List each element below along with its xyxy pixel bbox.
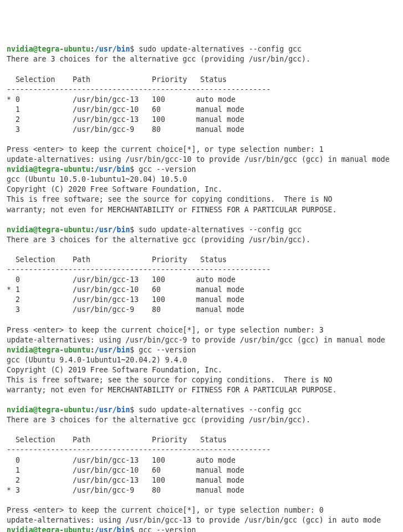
prompt-user: nvidia@tegra-ubuntu xyxy=(7,406,90,414)
output-line: This is free software; see the source fo… xyxy=(7,376,333,384)
output-line: warranty; not even for MERCHANTABILITY o… xyxy=(7,206,336,214)
command-version: gcc --version xyxy=(134,165,196,173)
output-line: gcc (Ubuntu 9.4.0-1ubuntu1~20.04.2) 9.4.… xyxy=(7,356,187,364)
output-line: warranty; not even for MERCHANTABILITY o… xyxy=(7,386,336,394)
prompt-sep1: : xyxy=(90,226,95,234)
table-row: * 3 /usr/bin/gcc-9 80 manual mode xyxy=(7,486,244,494)
command-version: gcc --version xyxy=(134,526,196,532)
prompt-user: nvidia@tegra-ubuntu xyxy=(7,226,90,234)
table-row: 3 /usr/bin/gcc-9 80 manual mode xyxy=(7,125,244,134)
prompt-path: /usr/bin xyxy=(95,165,130,173)
terminal-output: nvidia@tegra-ubuntu:/usr/bin$ sudo updat… xyxy=(7,44,396,532)
table-row: 2 /usr/bin/gcc-13 100 manual mode xyxy=(7,115,244,124)
prompt-path: /usr/bin xyxy=(95,45,130,53)
output-line: There are 3 choices for the alternative … xyxy=(7,236,310,244)
table-header: Selection Path Priority Status xyxy=(7,75,227,84)
prompt-sep1: : xyxy=(90,165,95,173)
table-header: Selection Path Priority Status xyxy=(7,255,227,264)
output-line: update-alternatives: using /usr/bin/gcc-… xyxy=(7,516,381,524)
table-row: 0 /usr/bin/gcc-13 100 auto mode xyxy=(7,275,236,284)
table-divider: ----------------------------------------… xyxy=(7,85,271,94)
table-divider: ----------------------------------------… xyxy=(7,265,271,274)
prompt-path: /usr/bin xyxy=(95,226,130,234)
output-line: Copyright (C) 2020 Free Software Foundat… xyxy=(7,185,222,193)
output-line: There are 3 choices for the alternative … xyxy=(7,55,310,63)
prompt-sep1: : xyxy=(90,526,95,532)
output-line: This is free software; see the source fo… xyxy=(7,195,333,203)
prompt-path: /usr/bin xyxy=(95,346,130,354)
prompt-sep1: : xyxy=(90,45,95,53)
table-row: * 1 /usr/bin/gcc-10 60 manual mode xyxy=(7,285,244,294)
table-divider: ----------------------------------------… xyxy=(7,446,271,454)
prompt-user: nvidia@tegra-ubuntu xyxy=(7,165,90,173)
table-row: 0 /usr/bin/gcc-13 100 auto mode xyxy=(7,456,236,464)
selection-prompt: Press <enter> to keep the current choice… xyxy=(7,326,324,334)
output-line: update-alternatives: using /usr/bin/gcc-… xyxy=(7,155,390,163)
command-config: sudo update-alternatives --config gcc xyxy=(134,226,302,234)
output-line: Copyright (C) 2019 Free Software Foundat… xyxy=(7,366,222,374)
command-config: sudo update-alternatives --config gcc xyxy=(134,406,302,414)
table-row: 3 /usr/bin/gcc-9 80 manual mode xyxy=(7,305,244,314)
prompt-sep1: : xyxy=(90,346,95,354)
table-row: * 0 /usr/bin/gcc-13 100 auto mode xyxy=(7,95,236,104)
prompt-path: /usr/bin xyxy=(95,406,130,414)
command-version: gcc --version xyxy=(134,346,196,354)
prompt-user: nvidia@tegra-ubuntu xyxy=(7,526,90,532)
selection-prompt: Press <enter> to keep the current choice… xyxy=(7,506,324,514)
prompt-sep1: : xyxy=(90,406,95,414)
table-row: 1 /usr/bin/gcc-10 60 manual mode xyxy=(7,466,244,474)
output-line: update-alternatives: using /usr/bin/gcc-… xyxy=(7,336,385,344)
selection-prompt: Press <enter> to keep the current choice… xyxy=(7,145,324,154)
table-row: 1 /usr/bin/gcc-10 60 manual mode xyxy=(7,105,244,114)
output-line: gcc (Ubuntu 10.5.0-1ubuntu1~20.04) 10.5.… xyxy=(7,175,187,183)
table-row: 2 /usr/bin/gcc-13 100 manual mode xyxy=(7,476,244,484)
table-row: 2 /usr/bin/gcc-13 100 manual mode xyxy=(7,295,244,304)
prompt-path: /usr/bin xyxy=(95,526,130,532)
prompt-user: nvidia@tegra-ubuntu xyxy=(7,45,90,53)
output-line: There are 3 choices for the alternative … xyxy=(7,416,310,424)
command-config: sudo update-alternatives --config gcc xyxy=(134,45,302,53)
prompt-user: nvidia@tegra-ubuntu xyxy=(7,346,90,354)
table-header: Selection Path Priority Status xyxy=(7,436,227,444)
